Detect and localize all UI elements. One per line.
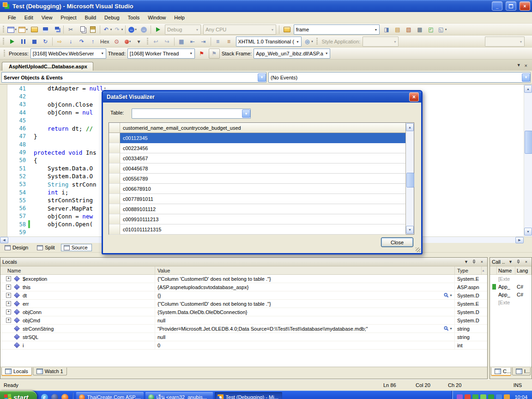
view-tab-split[interactable]: Split: [34, 244, 59, 251]
call-stack-title-bar[interactable]: Call ... ▼ ×: [490, 258, 532, 266]
paste-icon[interactable]: [87, 24, 98, 35]
scroll-left-icon[interactable]: ◀: [0, 237, 8, 243]
indent-decrease-icon[interactable]: ⇤: [187, 36, 198, 47]
grid-row-header[interactable]: [109, 163, 120, 174]
grid-row[interactable]: c006678910: [109, 184, 414, 194]
menu-build[interactable]: Build: [81, 13, 100, 22]
scrollbar-thumb[interactable]: [406, 173, 414, 187]
callstack-row[interactable]: App_C#: [490, 283, 532, 290]
grid-row[interactable]: c00889101112: [109, 204, 414, 214]
other-windows-icon[interactable]: ◱▾: [436, 24, 447, 35]
browser-globe-icon[interactable]: [51, 394, 58, 399]
target-rule-combo[interactable]: ▼: [485, 36, 525, 47]
grid-row[interactable]: c009910111213: [109, 214, 414, 224]
view-tab-source[interactable]: Source: [61, 244, 92, 251]
title-bar[interactable]: Test (Debugging) - Microsoft Visual Stud…: [0, 0, 532, 12]
locals-column-headers[interactable]: NameValueType▲: [0, 266, 487, 275]
editor-vertical-scrollbar[interactable]: ▲ ▼: [524, 85, 532, 236]
locals-title-bar[interactable]: Locals ▼ ×: [0, 258, 487, 266]
column-header-type[interactable]: Type: [455, 266, 482, 274]
locals-row[interactable]: +err{"Column 'CustomerID' does not belon…: [0, 300, 487, 308]
callstack-row[interactable]: [Exte: [490, 298, 532, 306]
column-header-name[interactable]: Name: [0, 266, 155, 274]
grid-row-header[interactable]: [109, 143, 120, 153]
expander-icon[interactable]: +: [6, 309, 11, 314]
solution-explorer-icon[interactable]: ▧: [403, 24, 414, 35]
menu-file[interactable]: File: [4, 13, 20, 22]
display-borders-icon[interactable]: ▦: [176, 36, 187, 47]
start-debug-icon[interactable]: [152, 24, 163, 35]
start-button[interactable]: start: [0, 391, 37, 399]
grid-row[interactable]: c00334567: [109, 153, 414, 163]
copy-icon[interactable]: [76, 24, 87, 35]
grid-row-header[interactable]: [109, 184, 120, 194]
cut-icon[interactable]: ✂: [65, 24, 76, 35]
locals-row[interactable]: strConnString"Provider=Microsoft.Jet.OLE…: [0, 325, 487, 333]
menu-view[interactable]: View: [37, 13, 57, 22]
grid-row-header[interactable]: [109, 174, 120, 184]
view-tab-design[interactable]: Design: [2, 244, 32, 251]
breakpoints-window-icon[interactable]: ⊙: [111, 36, 122, 47]
check-page-icon[interactable]: ◎▾: [303, 36, 314, 47]
callstack-row[interactable]: App_C#: [490, 290, 532, 298]
menu-window[interactable]: Window: [144, 13, 170, 22]
grid-row[interactable]: c0101011121315: [109, 224, 414, 235]
tray-icon-3[interactable]: [472, 394, 478, 399]
tray-icon-1[interactable]: [457, 394, 463, 399]
close-button[interactable]: ×: [520, 1, 530, 11]
close-panel-icon[interactable]: ×: [523, 259, 530, 265]
redo-icon[interactable]: ↷▾: [113, 24, 124, 35]
panel-tab-watch-1[interactable]: Watch 1: [33, 368, 67, 375]
thread-combo[interactable]: [1068] Worker Thread▼: [127, 48, 195, 59]
grid-row-header[interactable]: [109, 214, 120, 224]
tray-icon-2[interactable]: [465, 394, 471, 399]
new-project-icon[interactable]: ▾: [6, 24, 18, 35]
locals-row[interactable]: strSQLnullstring: [0, 333, 487, 341]
tray-icon-6[interactable]: [496, 394, 502, 399]
stack-frame-combo[interactable]: App_Web_un7_ibbz.dll!ASP.asp▼: [254, 48, 330, 59]
grid-row[interactable]: c00112345: [109, 133, 414, 143]
grid-row-header[interactable]: [109, 133, 120, 143]
navigate-forward-icon[interactable]: →: [138, 24, 149, 35]
bullets-icon[interactable]: ≡: [212, 36, 224, 47]
close-panel-icon[interactable]: ×: [478, 259, 485, 265]
process-combo[interactable]: [3168] WebDev.WebServer▼: [30, 48, 106, 59]
locals-row[interactable]: +dt{}▼System.D: [0, 291, 487, 300]
flag-threads-icon[interactable]: ⚑: [197, 49, 207, 58]
step-into-icon[interactable]: ↓: [65, 36, 76, 47]
callstack-row[interactable]: [Exte: [490, 275, 532, 283]
dialog-title-bar[interactable]: DataSet Visualizer ×: [103, 91, 421, 103]
expander-icon[interactable]: +: [6, 301, 11, 306]
window-position-icon[interactable]: ▼: [463, 259, 470, 265]
column-header-language[interactable]: Lang: [515, 266, 532, 274]
menu-debug[interactable]: Debug: [100, 13, 123, 22]
toolbar-grip[interactable]: [3, 38, 4, 45]
grid-vertical-scrollbar[interactable]: ▲ ▼: [405, 123, 414, 234]
auto-hide-pin-icon[interactable]: [515, 259, 522, 265]
save-all-icon[interactable]: [51, 24, 62, 35]
scroll-up-icon[interactable]: ▲: [482, 266, 487, 274]
menu-tools[interactable]: Tools: [124, 13, 144, 22]
doctype-combo[interactable]: XHTML 1.0 Transitional (▼: [236, 36, 302, 47]
firefox-quicklaunch-icon[interactable]: [61, 394, 68, 399]
break-all-icon[interactable]: [18, 36, 29, 47]
ie-icon[interactable]: e: [41, 394, 48, 399]
magnifier-icon[interactable]: ▼: [444, 326, 454, 331]
locals-row[interactable]: +$exception{"Column 'CustomerID' does no…: [0, 275, 487, 283]
active-files-dropdown-icon[interactable]: ▼: [517, 63, 521, 68]
types-combo[interactable]: Server Objects & Events▼: [1, 72, 266, 83]
locals-row[interactable]: i0int: [0, 341, 487, 350]
window-position-icon[interactable]: ▼: [507, 259, 514, 265]
show-next-statement-icon[interactable]: ⇨: [54, 36, 65, 47]
grid-header-row[interactable]: customerid_name_email_countrycode_budget…: [109, 123, 414, 133]
toolbar-grip[interactable]: [147, 38, 148, 45]
toolbar-grip[interactable]: [316, 38, 318, 45]
scroll-up-icon[interactable]: ▲: [406, 123, 414, 131]
column-header-value[interactable]: Value: [155, 266, 455, 274]
taskbar-task[interactable]: ThaiCreate.Com ASP....: [76, 392, 144, 399]
close-document-icon[interactable]: ×: [525, 63, 527, 68]
tray-icon-4[interactable]: [480, 394, 486, 399]
grid-row-header[interactable]: [109, 224, 120, 235]
command-window-icon[interactable]: ◰: [425, 24, 436, 35]
properties-window-icon[interactable]: ▤: [392, 24, 403, 35]
